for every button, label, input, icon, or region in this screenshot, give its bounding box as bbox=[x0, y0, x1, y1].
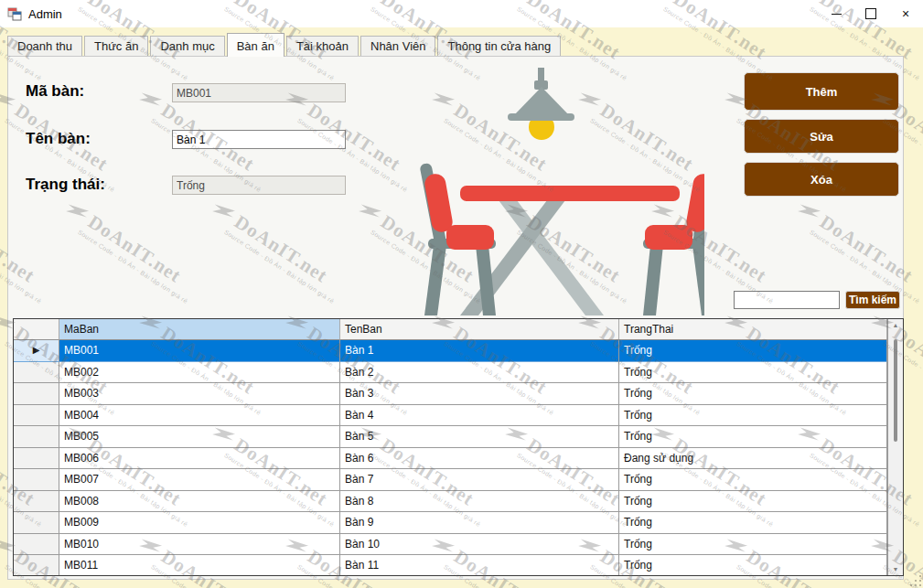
row-header[interactable] bbox=[14, 469, 59, 491]
cell[interactable]: MB004 bbox=[59, 405, 340, 427]
row-header[interactable] bbox=[14, 491, 59, 513]
data-grid-body: ▶MB001Bàn 1TrốngMB002Bàn 2TrốngMB003Bàn … bbox=[14, 340, 903, 576]
grid-header: MaBanTenBanTrangThai bbox=[14, 319, 903, 340]
app-window: Admin × Doanh thuThức ănDanh mụcBàn ănTà… bbox=[0, 0, 923, 588]
tab-tai-khoan[interactable]: Tài khoản bbox=[286, 36, 359, 56]
chair-left-icon bbox=[419, 163, 496, 315]
cell[interactable]: Bàn 1 bbox=[340, 340, 619, 362]
ten-ban-label: Tên bàn: bbox=[26, 130, 91, 148]
cell[interactable]: Bàn 6 bbox=[340, 448, 619, 470]
close-icon: × bbox=[902, 6, 909, 21]
column-header-maban[interactable]: MaBan bbox=[59, 319, 340, 340]
ten-ban-field[interactable] bbox=[172, 130, 346, 149]
cell[interactable]: Trống bbox=[619, 512, 887, 534]
cell[interactable]: MB006 bbox=[59, 448, 340, 470]
row-header[interactable] bbox=[14, 512, 59, 534]
tab-thuc-an[interactable]: Thức ăn bbox=[84, 36, 148, 56]
tab-danh-muc[interactable]: Danh mục bbox=[150, 36, 224, 56]
cell[interactable]: Bàn 11 bbox=[340, 555, 619, 576]
minimize-icon bbox=[832, 14, 842, 15]
row-header[interactable] bbox=[14, 383, 59, 405]
row-header[interactable] bbox=[14, 534, 59, 556]
tab-nhan-vien[interactable]: Nhân Viên bbox=[360, 36, 435, 56]
edit-button[interactable]: Sửa bbox=[744, 119, 899, 154]
row-header[interactable] bbox=[14, 555, 59, 576]
cell[interactable]: Trống bbox=[619, 469, 887, 491]
cell[interactable]: Trống bbox=[619, 405, 887, 427]
cell[interactable]: MB003 bbox=[59, 383, 340, 405]
chair-right-icon bbox=[643, 163, 704, 315]
ma-ban-label: Mã bàn: bbox=[26, 82, 84, 101]
vertical-scrollbar[interactable]: ▲ ▼ bbox=[887, 319, 903, 575]
maximize-icon bbox=[865, 8, 876, 19]
cell[interactable]: Trống bbox=[619, 534, 887, 556]
cell[interactable]: Bàn 3 bbox=[340, 383, 619, 405]
row-header[interactable] bbox=[14, 426, 59, 448]
add-button[interactable]: Thêm bbox=[744, 72, 899, 111]
table-row[interactable]: MB007Bàn 7Trống bbox=[14, 469, 903, 491]
cell[interactable]: Bàn 9 bbox=[340, 512, 619, 534]
resize-grip[interactable] bbox=[909, 574, 921, 586]
scrollbar-thumb[interactable] bbox=[894, 339, 897, 442]
grid-corner-cell[interactable] bbox=[14, 319, 59, 340]
cell[interactable]: Trống bbox=[619, 555, 887, 576]
row-header[interactable]: ▶ bbox=[14, 340, 59, 362]
table-row[interactable]: MB009Bàn 9Trống bbox=[14, 512, 903, 534]
table-row[interactable]: ▶MB001Bàn 1Trống bbox=[14, 340, 903, 362]
column-header-trangthai[interactable]: TrangThai bbox=[619, 319, 887, 340]
maximize-button[interactable] bbox=[853, 0, 888, 27]
cell[interactable]: Bàn 7 bbox=[340, 469, 619, 491]
table-row[interactable]: MB010Bàn 10Trống bbox=[14, 534, 903, 556]
scroll-down-icon[interactable]: ▼ bbox=[888, 566, 903, 572]
minimize-button[interactable] bbox=[819, 0, 853, 27]
cell[interactable]: Trống bbox=[619, 362, 887, 384]
table-row[interactable]: MB006Bàn 6Đang sử dụng bbox=[14, 448, 903, 470]
cell[interactable]: Trống bbox=[619, 340, 887, 362]
cell[interactable]: Bàn 2 bbox=[340, 362, 619, 384]
title-bar: Admin × bbox=[0, 0, 923, 27]
trang-thai-label: Trạng thái: bbox=[26, 176, 105, 194]
current-row-arrow-icon: ▶ bbox=[33, 346, 40, 355]
tab-thong-tin-cua-hang[interactable]: Thông tin cửa hàng bbox=[437, 36, 561, 56]
cell[interactable]: Bàn 4 bbox=[340, 405, 619, 427]
cell[interactable]: Đang sử dụng bbox=[619, 448, 887, 470]
column-header-tenban[interactable]: TenBan bbox=[340, 319, 619, 340]
table-row[interactable]: MB008Bàn 8Trống bbox=[14, 491, 903, 513]
row-header[interactable] bbox=[14, 448, 59, 470]
table-row[interactable]: MB011Bàn 11Trống bbox=[14, 555, 903, 576]
cell[interactable]: MB011 bbox=[59, 555, 340, 576]
cell[interactable]: MB007 bbox=[59, 469, 340, 491]
window-title: Admin bbox=[28, 7, 62, 21]
ma-ban-field bbox=[172, 83, 346, 102]
scroll-up-icon[interactable]: ▲ bbox=[888, 322, 903, 328]
search-input[interactable] bbox=[734, 291, 840, 309]
cell[interactable]: MB009 bbox=[59, 512, 340, 534]
cell[interactable]: Trống bbox=[619, 383, 887, 405]
table-row[interactable]: MB004Bàn 4Trống bbox=[14, 405, 903, 427]
trang-thai-field bbox=[172, 176, 346, 195]
table-row[interactable]: MB002Bàn 2Trống bbox=[14, 362, 903, 384]
tab-doanh-thu[interactable]: Doanh thu bbox=[7, 36, 82, 56]
cell[interactable]: MB005 bbox=[59, 426, 340, 448]
cell[interactable]: Bàn 5 bbox=[340, 426, 619, 448]
row-header[interactable] bbox=[14, 362, 59, 384]
cell[interactable]: Trống bbox=[619, 426, 887, 448]
data-grid: MaBanTenBanTrangThai ▶MB001Bàn 1TrốngMB0… bbox=[13, 318, 904, 576]
cell[interactable]: Trống bbox=[619, 491, 887, 513]
close-button[interactable]: × bbox=[888, 0, 923, 27]
cell[interactable]: Bàn 8 bbox=[340, 491, 619, 513]
app-icon bbox=[7, 6, 22, 21]
cell[interactable]: Bàn 10 bbox=[340, 534, 619, 556]
pendant-lamp-icon bbox=[508, 68, 574, 140]
search-button[interactable]: Tìm kiếm bbox=[845, 291, 900, 309]
table-row[interactable]: MB003Bàn 3Trống bbox=[14, 383, 903, 405]
cell[interactable]: MB001 bbox=[59, 340, 340, 362]
tab-bar: Doanh thuThức ănDanh mụcBàn ănTài khoảnN… bbox=[7, 35, 563, 56]
cell[interactable]: MB008 bbox=[59, 491, 340, 513]
cell[interactable]: MB010 bbox=[59, 534, 340, 556]
table-row[interactable]: MB005Bàn 5Trống bbox=[14, 426, 903, 448]
row-header[interactable] bbox=[14, 405, 59, 427]
delete-button[interactable]: Xóa bbox=[744, 162, 899, 197]
tab-ban-an[interactable]: Bàn ăn bbox=[227, 33, 284, 57]
cell[interactable]: MB002 bbox=[59, 362, 340, 384]
